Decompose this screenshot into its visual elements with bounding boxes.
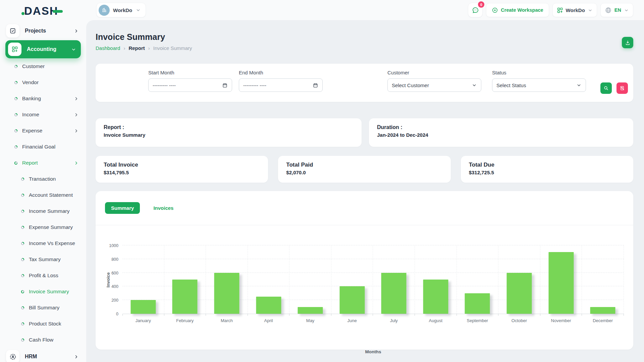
chevron-down-icon: [576, 82, 582, 88]
grid-plus-icon: [8, 43, 21, 56]
end-month-placeholder: --------- ----: [243, 82, 313, 88]
breadcrumb-dashboard[interactable]: Dashboard: [96, 45, 120, 51]
bullet-icon: [14, 161, 18, 165]
customer-label: Customer: [387, 70, 481, 75]
bar-february: [172, 280, 198, 314]
messages-button[interactable]: 0: [468, 3, 483, 17]
sidebar-item-income-summary[interactable]: Income Summary: [5, 203, 81, 219]
sidebar-item-expense[interactable]: Expense: [5, 123, 81, 139]
sidebar-item-customer[interactable]: Customer: [5, 58, 81, 74]
y-tick-600: 600: [105, 271, 118, 276]
month-slot-february: February: [164, 246, 206, 314]
main-content: Invoice Summary Dashboard›Report›Invoice…: [86, 20, 644, 362]
tab-summary[interactable]: Summary: [105, 202, 140, 214]
sidebar-item-projects[interactable]: Projects: [5, 23, 81, 38]
report-label: Report :: [104, 124, 354, 130]
y-tick-400: 400: [105, 284, 118, 289]
bullet-icon: [21, 226, 24, 229]
month-slot-january: January: [122, 246, 164, 314]
sidebar-item-label: Accounting: [27, 46, 66, 52]
sidebar-item-banking[interactable]: Banking: [5, 90, 81, 107]
bar-december: [590, 307, 615, 314]
sidebar-item-product-stock[interactable]: Product Stock: [5, 316, 81, 332]
bullet-icon: [21, 290, 24, 294]
bullet-icon: [21, 242, 24, 245]
workspace-switcher[interactable]: WorkDo: [96, 3, 146, 17]
chart-card: SummaryInvoices Invoice 0200400600800100…: [96, 191, 633, 350]
breadcrumb-separator: ›: [148, 45, 150, 51]
customer-select[interactable]: Select Customer: [387, 78, 481, 92]
y-tick-200: 200: [105, 298, 118, 303]
chart-plot-area: 02004006008001000 JanuaryFebruaryMarchAp…: [122, 246, 624, 314]
sidebar-item-tax-summary[interactable]: Tax Summary: [5, 251, 81, 267]
start-month-input[interactable]: --------- ----: [148, 78, 232, 92]
sidebar-item-income-vs-expense[interactable]: Income Vs Expense: [5, 235, 81, 251]
invoice-bar-chart: Invoice 02004006008001000 JanuaryFebruar…: [96, 225, 633, 350]
x-tick-april: April: [248, 318, 289, 323]
account-menu-button[interactable]: WorkDo: [552, 3, 597, 17]
month-slot-october: October: [498, 246, 540, 314]
sidebar-item-transaction[interactable]: Transaction: [5, 171, 81, 187]
sidebar-item-accounting[interactable]: Accounting: [5, 40, 81, 58]
chevron-down-icon: [624, 8, 629, 13]
language-selector[interactable]: EN: [600, 3, 633, 17]
x-tick-november: November: [540, 318, 582, 323]
end-month-input[interactable]: --------- ----: [239, 78, 323, 92]
bar-june: [339, 286, 365, 314]
sidebar-item-vendor[interactable]: Vendor: [5, 74, 81, 90]
month-slot-december: December: [582, 246, 624, 314]
bar-january: [130, 300, 156, 314]
sidebar-item-account-statement[interactable]: Account Statement: [5, 187, 81, 203]
plus-circle-icon: [492, 7, 498, 13]
workspace-avatar: [99, 5, 110, 16]
clear-filter-icon: [620, 85, 625, 91]
sidebar-item-report[interactable]: Report: [5, 155, 81, 171]
sidebar-item-label: Profit & Loss: [29, 273, 81, 279]
sidebar-item-label: Account Statement: [29, 192, 81, 198]
sidebar-item-profit-loss[interactable]: Profit & Loss: [5, 267, 81, 284]
month-slot-september: September: [457, 246, 499, 314]
chevron-right-icon: [74, 112, 79, 117]
building-icon: [101, 7, 107, 13]
bar-may: [298, 307, 323, 314]
month-slot-may: May: [289, 246, 331, 314]
sidebar-item-hrm[interactable]: HRM: [5, 349, 81, 362]
report-info-row: Report : Invoice Summary Duration : Jan-…: [96, 118, 633, 147]
month-slot-august: August: [415, 246, 457, 314]
sidebar-nav: ProjectsAccountingCustomerVendorBankingI…: [0, 20, 86, 362]
bullet-icon: [21, 258, 24, 261]
bullet-icon: [14, 113, 18, 117]
status-select[interactable]: Select Status: [492, 78, 586, 92]
sidebar-item-expense-summary[interactable]: Expense Summary: [5, 219, 81, 235]
user-circle-icon: [6, 350, 19, 362]
sidebar-item-bill-summary[interactable]: Bill Summary: [5, 300, 81, 316]
search-icon: [603, 85, 609, 91]
apply-filter-button[interactable]: [600, 82, 612, 94]
sidebar-item-income[interactable]: Income: [5, 107, 81, 123]
chart-x-axis-label: Months: [122, 349, 624, 354]
workspace-name: WorkDo: [113, 7, 132, 13]
breadcrumb-report[interactable]: Report: [128, 45, 145, 51]
reset-filter-button[interactable]: [616, 82, 628, 94]
tab-invoices[interactable]: Invoices: [147, 202, 179, 214]
sidebar-item-cash-flow[interactable]: Cash Flow: [5, 332, 81, 348]
download-button[interactable]: [622, 37, 633, 48]
create-workspace-button[interactable]: Create Workspace: [486, 3, 549, 17]
bullet-icon: [21, 193, 24, 197]
bar-september: [465, 293, 490, 314]
bullet-icon: [14, 65, 18, 68]
stat-label: Total Paid: [286, 162, 442, 168]
sidebar-item-label: Cash Flow: [29, 337, 81, 343]
month-slot-june: June: [331, 246, 373, 314]
language-code: EN: [614, 7, 621, 13]
sidebar-item-label: Income Vs Expense: [29, 240, 81, 246]
chevron-right-icon: [74, 161, 79, 166]
sidebar-item-financial-goal[interactable]: Financial Goal: [5, 139, 81, 155]
month-slot-march: March: [206, 246, 248, 314]
sidebar-item-invoice-summary[interactable]: Invoice Summary: [5, 284, 81, 300]
bullet-icon: [14, 129, 18, 133]
duration-card: Duration : Jan-2024 to Dec-2024: [369, 118, 633, 147]
x-tick-december: December: [582, 318, 624, 323]
messages-count-badge: 0: [478, 1, 484, 8]
sidebar-item-label: Product Stock: [29, 321, 81, 327]
